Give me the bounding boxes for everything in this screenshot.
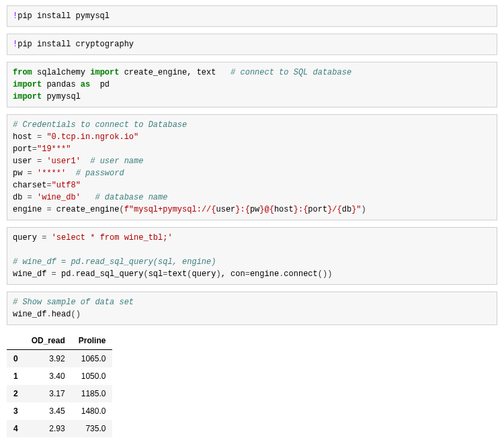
paren: ( <box>318 269 323 279</box>
cell: 3.40 <box>25 367 72 385</box>
row-index: 2 <box>7 385 25 402</box>
interp: host <box>274 205 294 214</box>
arg: , con <box>221 269 245 279</box>
var: wine_df <box>13 310 46 319</box>
row-index: 3 <box>7 402 25 420</box>
arg: query <box>192 269 216 279</box>
module: pymysql <box>42 92 81 101</box>
var: host <box>13 132 37 142</box>
kw-from: from <box>13 68 32 77</box>
output-table: OD_read Proline 0 3.92 1065.0 1 3.40 105… <box>7 332 112 437</box>
arg: sql <box>149 269 163 279</box>
var: pw <box>13 169 28 178</box>
paren: ) <box>216 269 221 279</box>
op-eq: = <box>46 181 51 190</box>
interp: pw <box>250 205 259 214</box>
op-eq: = <box>32 144 37 154</box>
alias: pd <box>90 80 110 89</box>
op-eq: = <box>28 169 32 178</box>
sp <box>46 233 51 243</box>
comment: # connect to SQL database <box>230 68 351 77</box>
string: "19***" <box>37 144 71 154</box>
paren: ( <box>143 269 148 279</box>
cell: 2.93 <box>25 420 72 437</box>
col-header: Proline <box>72 332 113 350</box>
string: "utf8" <box>52 181 81 190</box>
comment: # password <box>66 169 124 178</box>
table-row: 2 3.17 1185.0 <box>7 385 112 402</box>
module: sqlalchemy <box>32 68 90 77</box>
cell: 1050.0 <box>72 367 113 385</box>
fstring: }@{ <box>259 205 274 214</box>
fstring: }:{ <box>235 205 250 214</box>
op-eq: = <box>52 269 56 279</box>
interp: user <box>216 205 235 214</box>
code-cell-4: # Credentials to connect to Database hos… <box>7 114 497 220</box>
cell: 1480.0 <box>72 402 113 420</box>
fn: head <box>52 310 71 319</box>
kw-as: as <box>81 80 90 89</box>
table-header-row: OD_read Proline <box>7 332 112 350</box>
row-index: 1 <box>7 367 25 385</box>
fstring: f"mysql+pymysql://{ <box>124 205 216 214</box>
comment: # user name <box>81 157 144 166</box>
comment: # Credentials to connect to Database <box>13 120 187 130</box>
var: wine_df <box>13 269 52 279</box>
kw-import: import <box>90 68 119 77</box>
var: charset <box>13 181 46 190</box>
fstring: }/{ <box>327 205 342 214</box>
string: 'wine_db' <box>37 193 81 202</box>
code-cell-1: !pip install pymysql <box>7 5 497 27</box>
fn: connect <box>284 269 317 279</box>
dot: . <box>46 310 51 319</box>
paren: ( <box>119 205 124 214</box>
imports: create_engine, text <box>119 68 230 77</box>
table-row: 1 3.40 1050.0 <box>7 367 112 385</box>
comment: # database name <box>81 193 168 202</box>
table-row: 0 3.92 1065.0 <box>7 350 112 368</box>
code-cell-2: !pip install cryptography <box>7 34 497 55</box>
comment: # Show sample of data set <box>13 298 134 307</box>
cell: 3.92 <box>25 350 72 368</box>
col-header: OD_read <box>25 332 72 350</box>
cell: 3.17 <box>25 385 72 402</box>
fstring: }" <box>351 205 361 214</box>
arg: engine <box>250 269 279 279</box>
string: '****' <box>37 169 66 178</box>
paren: ) <box>76 310 81 319</box>
shell-command: pip install cryptography <box>17 40 134 49</box>
op-eq: = <box>245 269 250 279</box>
var: query <box>13 233 42 243</box>
string: 'select * from wine_tbl;' <box>52 233 173 243</box>
var: port <box>13 144 32 154</box>
kw-import: import <box>13 92 42 101</box>
interp: port <box>308 205 327 214</box>
module: pandas <box>42 80 81 89</box>
var: user <box>13 157 37 166</box>
table-row: 3 3.45 1480.0 <box>7 402 112 420</box>
cell: 1185.0 <box>72 385 113 402</box>
comment: # wine_df = pd.read_sql_query(sql, engin… <box>13 257 216 267</box>
code-cell-5: query = 'select * from wine_tbl;' # wine… <box>7 227 497 285</box>
cell: 1065.0 <box>72 350 113 368</box>
sp <box>32 169 37 178</box>
shell-command: pip install pymysql <box>17 11 110 21</box>
fstring: }:{ <box>294 205 308 214</box>
row-index: 4 <box>7 420 25 437</box>
fn: create_engine <box>52 205 120 214</box>
obj: pd <box>56 269 71 279</box>
sp <box>32 193 37 202</box>
paren: ) <box>327 269 332 279</box>
op-eq: = <box>28 193 32 202</box>
paren: ) <box>362 205 366 214</box>
index-header <box>7 332 25 350</box>
interp: db <box>342 205 351 214</box>
kw-import: import <box>13 80 42 89</box>
var: engine <box>13 205 46 214</box>
op-eq: = <box>46 205 51 214</box>
code-cell-3: from sqlalchemy import create_engine, te… <box>7 62 497 107</box>
string: 'user1' <box>46 157 80 166</box>
cell: 3.45 <box>25 402 72 420</box>
dot: . <box>71 269 75 279</box>
code-cell-6: # Show sample of data set wine_df.head() <box>7 292 497 325</box>
